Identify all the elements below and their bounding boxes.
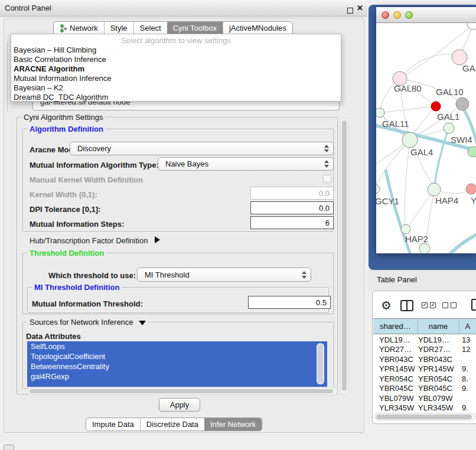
attribute-item[interactable]: BetweennessCentrality bbox=[27, 361, 327, 371]
network-view-window: GAL GAL80 GAL10 GAL11 GAL1 SWI4 GAL4 GCY… bbox=[376, 7, 476, 253]
mac-minimize-icon[interactable] bbox=[393, 11, 401, 19]
attribute-item[interactable]: gal4RGexp bbox=[27, 371, 327, 381]
tab-network[interactable]: Network bbox=[54, 22, 104, 34]
node-gal4[interactable] bbox=[402, 132, 418, 148]
expander-right-icon[interactable] bbox=[155, 236, 160, 243]
network-canvas[interactable]: GAL GAL80 GAL10 GAL11 GAL1 SWI4 GAL4 GCY… bbox=[376, 23, 476, 253]
mi-steps-field[interactable] bbox=[250, 216, 334, 229]
node-gal10-gray[interactable] bbox=[456, 97, 469, 110]
select-all-checkboxes-icon[interactable]: ✓✓ bbox=[422, 302, 436, 308]
attribute-item[interactable]: SelfLoops bbox=[27, 341, 327, 351]
network-selector-combo-clipped[interactable]: gal-filtered.sif default node bbox=[32, 102, 340, 110]
manual-kernel-label: Manual Kernel Width Definition bbox=[30, 175, 143, 184]
column-header-shared[interactable]: shared… bbox=[373, 319, 418, 334]
network-window-titlebar[interactable] bbox=[376, 7, 476, 23]
cell-value: 9. bbox=[462, 403, 468, 412]
sources-title-row[interactable]: Sources for Network Inference bbox=[27, 318, 148, 327]
node-bright-green[interactable] bbox=[468, 146, 476, 157]
tab-discretize-label: Discretize Data bbox=[146, 420, 198, 429]
table-row[interactable]: YPR145W YPR145W 9. bbox=[373, 364, 476, 374]
algorithm-option[interactable]: Bayesian – Hill Climbing bbox=[14, 45, 96, 55]
table-row[interactable]: YDL19… YDL19… 13 bbox=[373, 335, 476, 345]
tab-infer-network[interactable]: Infer Network bbox=[204, 418, 262, 431]
table-row[interactable]: YLR345W YLR345W 9. bbox=[373, 403, 476, 413]
cell-shared: YDR27… bbox=[373, 345, 418, 354]
tab-jactivemnodules[interactable]: jActiveMNodules bbox=[223, 22, 292, 34]
algorithm-option[interactable]: Bayesian – K2 bbox=[14, 83, 63, 93]
node-gcy1[interactable] bbox=[376, 184, 380, 194]
mi-type-combo[interactable]: Naive Bayes bbox=[158, 157, 334, 171]
list-scrollbar-thumb[interactable] bbox=[318, 344, 323, 383]
node-hap2[interactable] bbox=[401, 224, 410, 234]
manual-kernel-checkbox[interactable] bbox=[323, 175, 331, 183]
close-icon[interactable]: ✕ bbox=[357, 4, 363, 12]
aracne-mode-combo[interactable]: Discovery bbox=[70, 142, 334, 155]
network-selector-value: gal-filtered.sif default node bbox=[40, 102, 130, 106]
column-header-partial[interactable]: A bbox=[459, 319, 476, 334]
cell-name: YBL079W bbox=[418, 394, 462, 403]
tab-select[interactable]: Select bbox=[133, 22, 167, 34]
cell-name: YBR045C bbox=[418, 384, 462, 393]
algorithm-option[interactable]: Basic Correlation Inference bbox=[14, 55, 106, 64]
float-window-icon[interactable] bbox=[347, 8, 353, 14]
table-hscrollbar-thumb[interactable] bbox=[376, 415, 472, 419]
cell-value: 9. bbox=[462, 384, 468, 393]
cell-shared: YBL079W bbox=[373, 394, 418, 403]
node-gal11[interactable] bbox=[376, 108, 384, 118]
table-panel-title: Table Panel bbox=[377, 275, 417, 284]
tab-jactive-label: jActiveMNodules bbox=[229, 24, 286, 32]
mac-zoom-icon[interactable] bbox=[405, 11, 413, 19]
deselect-all-checkboxes-icon[interactable] bbox=[442, 302, 457, 308]
tab-cyni-toolbox[interactable]: Cyni Toolbox bbox=[167, 22, 223, 34]
node-hap4[interactable] bbox=[428, 183, 441, 196]
kernel-width-field[interactable] bbox=[250, 187, 334, 200]
gear-icon[interactable]: ⚙ bbox=[381, 298, 392, 312]
mi-threshold-field[interactable] bbox=[248, 296, 331, 309]
dpi-tolerance-field[interactable] bbox=[250, 201, 334, 214]
list-scrollbar[interactable] bbox=[317, 343, 324, 384]
table-row[interactable]: YBL079W YBL079W bbox=[373, 393, 476, 403]
mi-type-label: Mutual Information Algorithm Type: bbox=[30, 161, 159, 169]
which-threshold-combo[interactable]: MI Threshold bbox=[137, 268, 311, 282]
mi-threshold-title: MI Threshold Definition bbox=[32, 283, 122, 292]
mac-close-icon[interactable] bbox=[382, 11, 389, 19]
table-row[interactable]: YDR27… YDR27… 12 bbox=[373, 345, 476, 355]
cell-shared: YDL19… bbox=[373, 335, 418, 344]
table-body: YDL19… YDL19… 13 YDR27… YDR27… 12 YBR043… bbox=[373, 335, 476, 413]
hub-definition-expander[interactable]: Hub/Transcription Factor Definition bbox=[30, 236, 160, 245]
settings-hscrollbar-thumb[interactable] bbox=[30, 389, 333, 393]
tab-discretize-data[interactable]: Discretize Data bbox=[140, 418, 204, 431]
algorithm-option-selected[interactable]: ARACNE Algorithm bbox=[14, 64, 84, 74]
algorithm-option[interactable]: Mutual Information Inference bbox=[14, 74, 111, 83]
algorithm-definition-title: Algorithm Definition bbox=[27, 125, 106, 133]
control-panel-titlebar bbox=[0, 0, 367, 17]
apply-button[interactable]: Apply bbox=[159, 398, 200, 412]
settings-vscrollbar[interactable] bbox=[340, 118, 348, 394]
collapsed-panel-button[interactable] bbox=[4, 445, 14, 450]
groupbox-fragment bbox=[7, 43, 8, 112]
network-edges-teal bbox=[376, 107, 476, 253]
tab-style[interactable]: Style bbox=[104, 22, 133, 34]
cell-name: YBR043C bbox=[418, 355, 462, 364]
algorithm-prompt: Select algorithm to view settings bbox=[11, 36, 341, 45]
dpi-tolerance-label: DPI Tolerance [0,1]: bbox=[30, 205, 100, 214]
node-salmon[interactable] bbox=[466, 184, 476, 194]
table-row[interactable]: YBR045C YBR045C 9. bbox=[373, 384, 476, 394]
settings-hscrollbar[interactable] bbox=[27, 387, 338, 395]
expander-down-icon[interactable] bbox=[139, 321, 146, 325]
table-row[interactable]: YER054C YER054C 8. bbox=[373, 374, 476, 384]
tab-impute-label: Impute Data bbox=[92, 420, 134, 429]
table-hscrollbar[interactable] bbox=[374, 413, 476, 420]
table-mode-icon[interactable] bbox=[471, 299, 476, 311]
node-unlabeled-bottom[interactable] bbox=[419, 243, 430, 253]
settings-vscrollbar-thumb[interactable] bbox=[342, 120, 347, 391]
algorithm-option[interactable]: Dream8 DC_TDC Algorithm bbox=[14, 93, 108, 102]
attribute-item[interactable]: TopologicalCoefficient bbox=[27, 351, 327, 361]
table-row[interactable]: YBR043C YBR043C bbox=[373, 354, 476, 364]
threshold-definition-title: Threshold Definition bbox=[27, 249, 106, 257]
split-columns-icon[interactable] bbox=[400, 300, 413, 311]
column-header-name[interactable]: name bbox=[418, 319, 459, 334]
node-red-selected[interactable] bbox=[431, 102, 441, 111]
tab-impute-data[interactable]: Impute Data bbox=[86, 418, 140, 431]
node-gal1[interactable] bbox=[444, 123, 454, 133]
